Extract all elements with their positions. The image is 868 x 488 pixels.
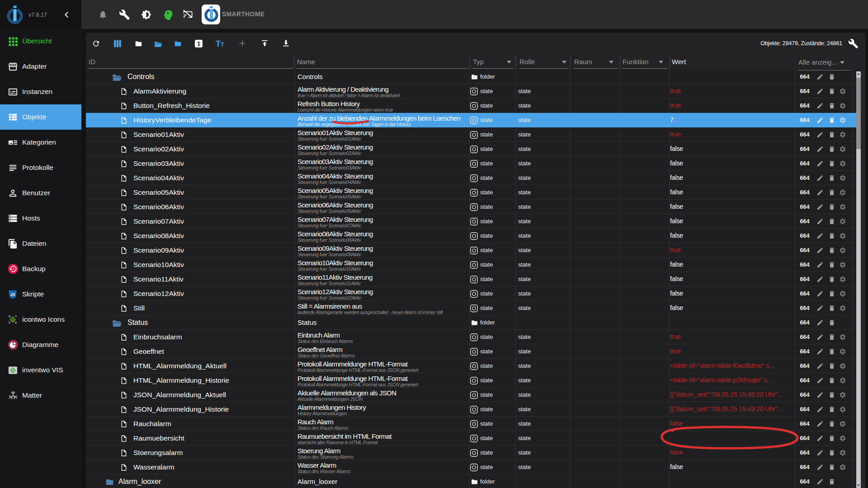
svg-text:JS: JS — [10, 292, 15, 297]
